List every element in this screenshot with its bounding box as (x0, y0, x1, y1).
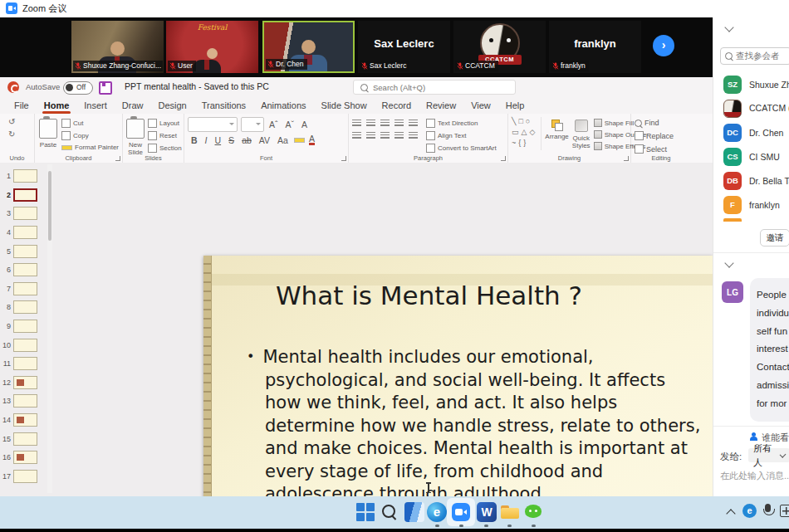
align-left-icon[interactable] (352, 132, 361, 139)
tray-edge-icon[interactable]: e (742, 504, 757, 518)
slide-thumbnail[interactable] (13, 263, 37, 276)
slide-thumbnail[interactable] (13, 451, 37, 464)
shape-row[interactable]: ▭△◇ (512, 128, 537, 137)
slide-thumbnail-row[interactable]: 2 (0, 186, 47, 205)
participant-video-tile[interactable]: CCATCM CCATCM (453, 21, 546, 73)
slide-thumbnail[interactable] (13, 207, 37, 220)
layout-button[interactable]: Layout (148, 119, 182, 128)
quick-styles-button[interactable]: Quick Styles (572, 134, 591, 149)
text-direction-button[interactable]: Text Direction (426, 119, 497, 128)
slide-thumbnail[interactable] (13, 470, 37, 483)
font-size-dropdown[interactable] (241, 117, 264, 132)
font-size-tool[interactable]: Aˆ (267, 120, 280, 129)
slide-thumbnail[interactable] (13, 357, 37, 370)
font-style-button[interactable]: AV (257, 135, 272, 145)
slide-thumbnail-row[interactable]: 12 (0, 373, 47, 393)
slide-thumbnail-row[interactable]: 5 (0, 242, 47, 261)
shapes-gallery[interactable]: ╲□○▭△◇~{} (512, 117, 542, 150)
font-size-tool[interactable]: Aˇ (284, 120, 296, 129)
font-style-button[interactable]: Aa (276, 135, 290, 145)
font-name-dropdown[interactable] (188, 117, 238, 132)
ribbon-tab[interactable]: View (463, 98, 498, 114)
ribbon-tab[interactable]: Design (150, 98, 194, 114)
participant-video-tile[interactable]: Shuxue Zhang-Confuci... (71, 21, 164, 73)
tray-mic-icon[interactable] (765, 504, 771, 512)
align-text-button[interactable]: Align Text (426, 131, 497, 140)
slide-title[interactable]: What is Mental Health ? (237, 281, 621, 310)
autosave-toggle[interactable]: Off (63, 81, 93, 95)
ribbon-tab[interactable]: Transitions (194, 98, 253, 114)
replace-button[interactable]: Replace (635, 131, 674, 140)
reset-button[interactable]: Reset (148, 131, 182, 140)
undo-icon[interactable]: ↺ (8, 117, 15, 126)
slide-thumbnail-row[interactable]: 3 (0, 204, 47, 223)
slide-thumbnail-row[interactable]: 13 (0, 392, 47, 411)
slide-thumbnail[interactable] (13, 226, 37, 239)
ribbon-tab[interactable]: Home (37, 98, 77, 114)
font-size-tool[interactable]: A (300, 120, 309, 129)
slide-thumbnail[interactable] (13, 339, 37, 352)
participant-row[interactable]: CS CI SMU (713, 144, 789, 168)
participant-row[interactable]: SZ Shuxue Zha (713, 72, 789, 96)
slide-thumbnail[interactable] (13, 394, 37, 408)
highlight-pen-icon[interactable] (294, 138, 305, 143)
participant-row[interactable]: CCATCM (主 (713, 96, 789, 120)
slide-canvas[interactable]: What is Mental Health ? •Mental health i… (203, 256, 713, 496)
slide-thumbnail[interactable] (13, 432, 37, 446)
drawing-dialog-launcher[interactable] (624, 156, 629, 161)
task-view-icon[interactable] (404, 502, 424, 522)
thumbnail-scrollbar[interactable] (47, 164, 52, 493)
cut-button[interactable]: Cut (61, 119, 119, 128)
participant-video-tile[interactable]: franklyn franklyn (549, 21, 641, 73)
participants-collapse-icon[interactable] (724, 22, 733, 32)
ribbon-tab[interactable]: Help (498, 98, 532, 114)
arrange-icon[interactable] (551, 120, 562, 130)
ribbon-tab[interactable]: Review (419, 98, 463, 114)
slide-thumbnail[interactable] (13, 376, 37, 389)
send-to-dropdown[interactable]: 所有人 (748, 448, 789, 462)
participant-video-tile[interactable]: Sax Leclerc Sax Leclerc (358, 21, 450, 73)
ribbon-tab[interactable]: Draw (115, 98, 151, 114)
slide-thumbnail-row[interactable]: 6 (0, 261, 47, 280)
slide-thumbnail-row[interactable]: 15 (0, 429, 47, 448)
justify-icon[interactable] (394, 132, 404, 139)
slide-thumbnail-row[interactable]: 17 (0, 467, 47, 486)
redo-icon[interactable]: ↻ (8, 129, 15, 139)
shape-row[interactable]: ~{} (512, 139, 537, 148)
participant-row[interactable]: DB Dr. Bella Ta (713, 168, 789, 193)
font-style-button[interactable]: ab (240, 135, 253, 145)
ribbon-tab[interactable]: Record (375, 98, 419, 114)
font-style-button[interactable]: S (227, 135, 236, 145)
shape-row[interactable]: ╲□○ (512, 117, 537, 126)
convert-smartart-button[interactable]: Convert to SmartArt (426, 144, 497, 153)
quick-styles-icon[interactable] (575, 120, 588, 132)
columns-icon[interactable] (409, 132, 418, 139)
font-color-button[interactable]: A (309, 134, 315, 145)
participant-video-tile[interactable]: Festival User (166, 21, 258, 73)
slide-thumbnail[interactable] (13, 188, 37, 202)
font-dialog-launcher[interactable] (341, 156, 346, 161)
arrange-button[interactable]: Arrange (545, 133, 568, 140)
indent-decrease-icon[interactable] (380, 120, 390, 127)
taskbar-search-icon[interactable] (380, 502, 399, 522)
tray-expand-icon[interactable] (726, 509, 735, 518)
select-button[interactable]: Select (635, 144, 674, 154)
ribbon-tab[interactable]: File (7, 98, 37, 114)
ppt-search-box[interactable]: Search (Alt+Q) (353, 80, 516, 95)
font-style-button[interactable]: B (189, 135, 199, 145)
wechat-icon[interactable] (524, 502, 544, 522)
align-right-icon[interactable] (380, 132, 390, 139)
participant-video-tile[interactable]: Dr. Chen (262, 21, 355, 73)
slide-thumbnail[interactable] (13, 245, 37, 258)
paste-button[interactable]: Paste (38, 141, 58, 149)
save-icon[interactable] (99, 81, 112, 95)
slide-thumbnail-row[interactable]: 11 (0, 354, 47, 373)
slide-thumbnail-row[interactable]: 14 (0, 411, 47, 430)
slide-thumbnail-row[interactable]: 10 (0, 335, 47, 354)
slide-thumbnail[interactable] (13, 300, 37, 314)
indent-increase-icon[interactable] (394, 120, 404, 127)
start-button[interactable] (355, 502, 375, 522)
chat-collapse-icon[interactable] (724, 258, 733, 267)
slide-thumbnail-row[interactable]: 7 (0, 280, 47, 299)
paragraph-dialog-launcher[interactable] (501, 156, 506, 161)
